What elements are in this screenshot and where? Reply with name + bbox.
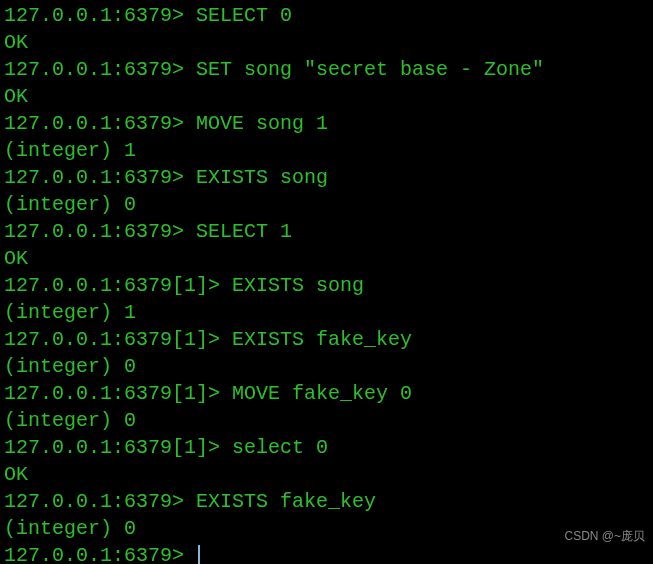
prompt: 127.0.0.1:6379[1]> bbox=[4, 382, 232, 405]
output-line: (integer) 0 bbox=[4, 191, 649, 218]
command-line: 127.0.0.1:6379[1]> EXISTS fake_key bbox=[4, 326, 649, 353]
command-text: EXISTS fake_key bbox=[196, 490, 376, 513]
command-line: 127.0.0.1:6379> EXISTS fake_key bbox=[4, 488, 649, 515]
command-text: SELECT 0 bbox=[196, 4, 292, 27]
command-text: MOVE song 1 bbox=[196, 112, 328, 135]
prompt: 127.0.0.1:6379[1]> bbox=[4, 274, 232, 297]
command-line: 127.0.0.1:6379> SET song "secret base - … bbox=[4, 56, 649, 83]
command-text: EXISTS fake_key bbox=[232, 328, 412, 351]
watermark: CSDN @~庞贝 bbox=[564, 523, 645, 550]
command-line: 127.0.0.1:6379[1]> EXISTS song bbox=[4, 272, 649, 299]
output-line: OK bbox=[4, 29, 649, 56]
terminal-output: 127.0.0.1:6379> SELECT 0OK127.0.0.1:6379… bbox=[4, 2, 649, 564]
prompt: 127.0.0.1:6379> bbox=[4, 4, 196, 27]
prompt: 127.0.0.1:6379> bbox=[4, 220, 196, 243]
command-text: MOVE fake_key 0 bbox=[232, 382, 412, 405]
prompt: 127.0.0.1:6379> bbox=[4, 544, 196, 564]
command-line: 127.0.0.1:6379[1]> MOVE fake_key 0 bbox=[4, 380, 649, 407]
command-line: 127.0.0.1:6379[1]> select 0 bbox=[4, 434, 649, 461]
command-line: 127.0.0.1:6379> SELECT 1 bbox=[4, 218, 649, 245]
output-line: (integer) 1 bbox=[4, 299, 649, 326]
output-line: (integer) 1 bbox=[4, 137, 649, 164]
output-line: OK bbox=[4, 83, 649, 110]
command-text: SET song "secret base - Zone" bbox=[196, 58, 544, 81]
output-line: OK bbox=[4, 461, 649, 488]
output-line: (integer) 0 bbox=[4, 353, 649, 380]
prompt: 127.0.0.1:6379[1]> bbox=[4, 328, 232, 351]
output-line: (integer) 0 bbox=[4, 515, 649, 542]
cursor bbox=[198, 545, 200, 564]
prompt: 127.0.0.1:6379> bbox=[4, 112, 196, 135]
command-line: 127.0.0.1:6379> SELECT 0 bbox=[4, 2, 649, 29]
prompt: 127.0.0.1:6379> bbox=[4, 490, 196, 513]
prompt: 127.0.0.1:6379[1]> bbox=[4, 436, 232, 459]
output-line: (integer) 0 bbox=[4, 407, 649, 434]
command-line: 127.0.0.1:6379> EXISTS song bbox=[4, 164, 649, 191]
prompt: 127.0.0.1:6379> bbox=[4, 58, 196, 81]
prompt: 127.0.0.1:6379> bbox=[4, 166, 196, 189]
output-line: OK bbox=[4, 245, 649, 272]
command-text: select 0 bbox=[232, 436, 328, 459]
command-text: SELECT 1 bbox=[196, 220, 292, 243]
prompt-current[interactable]: 127.0.0.1:6379> bbox=[4, 542, 649, 564]
command-text: EXISTS song bbox=[196, 166, 328, 189]
command-line: 127.0.0.1:6379> MOVE song 1 bbox=[4, 110, 649, 137]
command-text: EXISTS song bbox=[232, 274, 364, 297]
